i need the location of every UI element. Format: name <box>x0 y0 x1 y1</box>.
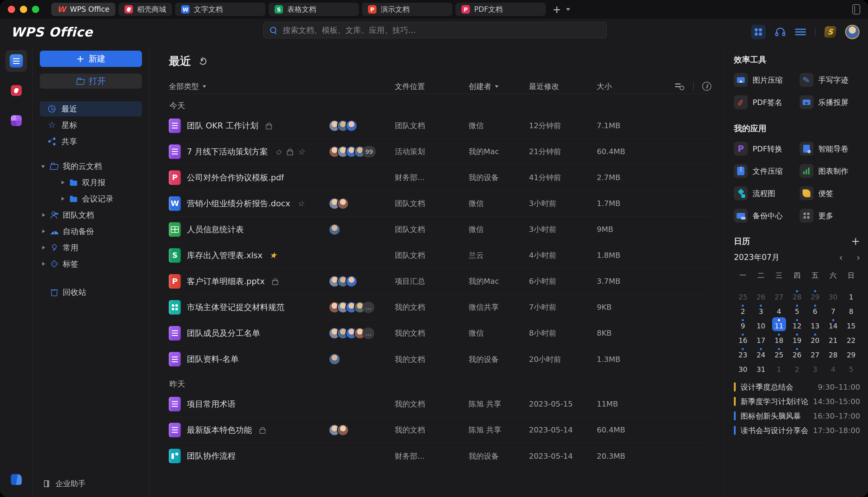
tree-caret-icon[interactable] <box>60 196 65 201</box>
calendar-day[interactable]: 2 <box>790 361 804 374</box>
sidebar-tree-item[interactable]: 会议记录 <box>40 191 142 206</box>
calendar-day[interactable]: 31 <box>754 361 768 374</box>
file-row[interactable]: 公司对外合作协议模板.pdf <box>169 165 711 190</box>
calendar-day[interactable]: 22 <box>844 332 858 345</box>
calendar-day[interactable]: 10 <box>754 317 768 331</box>
type-filter-dropdown[interactable]: 全部类型 <box>169 82 328 91</box>
calendar-day[interactable]: 25 <box>772 346 786 360</box>
zoom-window-button[interactable] <box>32 6 39 13</box>
calendar-day[interactable]: 29 <box>844 346 858 360</box>
file-location[interactable]: 我的文档 <box>395 399 469 409</box>
calendar-day[interactable]: 15 <box>844 317 858 331</box>
tool-item[interactable]: 手写字迹 <box>799 73 860 87</box>
sidebar-item-trash[interactable]: 回收站 <box>40 285 142 300</box>
calendar-day[interactable]: 1 <box>772 361 786 374</box>
calendar-day[interactable]: 7 <box>826 303 840 317</box>
calendar-day[interactable]: 5 <box>844 361 858 374</box>
file-location[interactable]: 财务部... <box>395 172 469 183</box>
calendar-day[interactable]: 5 <box>790 303 804 317</box>
file-row[interactable]: 7 月线下活动策划方案 <box>169 139 711 165</box>
calendar-day[interactable]: 21 <box>826 332 840 345</box>
calendar-day[interactable]: 6 <box>808 303 822 317</box>
column-header-creator[interactable]: 创建者 <box>469 82 529 91</box>
open-file-button[interactable]: 打开 <box>40 74 142 89</box>
sidebar-tree-item[interactable]: 标签 <box>40 256 142 271</box>
file-row[interactable]: 营销小组业绩分析报告.docx <box>169 190 711 216</box>
calendar-day[interactable]: 23 <box>736 346 750 360</box>
calendar-day[interactable]: 13 <box>808 317 822 331</box>
calendar-day[interactable]: 26 <box>790 346 804 360</box>
calendar-day[interactable]: 8 <box>844 303 858 317</box>
tree-caret-icon[interactable] <box>41 245 46 250</box>
tree-caret-icon[interactable] <box>41 164 46 169</box>
size-header-label[interactable]: 大小 <box>597 82 612 91</box>
file-location[interactable]: 我的文档 <box>395 328 469 338</box>
file-row[interactable]: 团队资料-名单 <box>169 346 711 372</box>
calendar-day[interactable]: 9 <box>736 317 750 331</box>
new-tab-button[interactable]: + <box>553 4 561 14</box>
minimize-window-button[interactable] <box>20 6 27 13</box>
calendar-event[interactable]: 新季度学习计划讨论 14:30–15:00 <box>734 394 860 409</box>
app-item[interactable]: 备份中心 <box>734 209 799 223</box>
tab[interactable]: 表格文档 <box>268 3 359 16</box>
user-avatar[interactable] <box>845 25 859 39</box>
tree-caret-icon[interactable] <box>41 229 46 234</box>
calendar-day[interactable]: 26 <box>754 288 768 302</box>
main-menu-icon[interactable] <box>795 29 806 35</box>
calendar-day[interactable]: 3 <box>808 361 822 374</box>
file-row[interactable]: 项目常用术语 <box>169 391 711 417</box>
calendar-day[interactable]: 2 <box>736 303 750 317</box>
sidebar-nav-item[interactable]: 最近 <box>40 101 142 116</box>
app-item[interactable]: PDF转换 <box>734 142 799 156</box>
calendar-day[interactable]: 30 <box>826 288 840 302</box>
close-window-button[interactable] <box>8 6 15 13</box>
calendar-day[interactable]: 24 <box>754 346 768 360</box>
calendar-day[interactable]: 18 <box>772 332 786 345</box>
tab[interactable]: WPS Office <box>51 3 115 16</box>
calendar-day[interactable]: 16 <box>736 332 750 345</box>
file-location[interactable]: 团队文档 <box>395 250 469 260</box>
app-item[interactable]: 更多 <box>799 209 860 223</box>
new-document-button[interactable]: + 新建 <box>40 51 142 67</box>
file-location[interactable]: 团队文档 <box>395 224 469 234</box>
calendar-day[interactable]: 4 <box>772 303 786 317</box>
tree-caret-icon[interactable] <box>41 261 46 266</box>
calendar-day[interactable]: 14 <box>826 317 840 331</box>
enterprise-icon[interactable] <box>11 474 22 485</box>
docer-store-icon[interactable] <box>11 85 22 96</box>
calendar-event[interactable]: 图标创新头脑风暴 16:30–17:00 <box>734 409 860 423</box>
calendar-day[interactable]: 29 <box>808 288 822 302</box>
sidebar-tree-item[interactable]: 团队文档 <box>40 208 142 223</box>
tab[interactable]: 演示文档 <box>362 3 452 16</box>
calendar-event[interactable]: 读书会与设计分享会 17:30–18:00 <box>734 423 860 438</box>
tab[interactable]: PDF文档 <box>455 3 546 16</box>
calendar-day[interactable]: 30 <box>736 361 750 374</box>
calendar-day[interactable]: 27 <box>772 288 786 302</box>
global-search[interactable] <box>263 22 607 38</box>
calendar-day[interactable]: 3 <box>754 303 768 317</box>
sidebar-tree-item[interactable]: 常用 <box>40 240 142 255</box>
calendar-day[interactable]: 19 <box>790 332 804 345</box>
file-row[interactable]: 人员信息统计表 <box>169 216 711 242</box>
file-row[interactable]: 团队协作流程 <box>169 443 711 469</box>
file-row[interactable]: 团队成员及分工名单 … <box>169 320 711 346</box>
calendar-day[interactable]: 27 <box>808 346 822 360</box>
calendar-day[interactable]: 25 <box>736 288 750 302</box>
vip-member-badge[interactable]: S <box>824 26 837 38</box>
calendar-day[interactable]: 28 <box>826 346 840 360</box>
file-location[interactable]: 团队文档 <box>395 120 469 131</box>
rail-docs-app-active[interactable] <box>5 50 27 72</box>
support-headset-icon[interactable] <box>775 26 786 38</box>
file-location[interactable]: 财务部... <box>395 451 469 461</box>
calendar-day[interactable]: 12 <box>790 317 804 331</box>
calendar-day[interactable]: 17 <box>754 332 768 345</box>
calendar-day[interactable]: 4 <box>826 361 840 374</box>
prev-month-button[interactable]: ‹ <box>839 252 843 263</box>
column-header-modified[interactable]: 最近修改 <box>529 82 597 91</box>
enterprise-assistant[interactable]: 企业助手 <box>40 479 142 488</box>
sidebar-tree-item[interactable]: 双月报 <box>40 175 142 190</box>
file-row[interactable]: 市场主体登记提交材料规范 <box>169 294 711 320</box>
app-item[interactable]: 智能导卷 <box>799 142 860 156</box>
tool-item[interactable]: 图片压缩 <box>734 73 799 87</box>
column-header-location[interactable]: 文件位置 <box>395 82 469 91</box>
